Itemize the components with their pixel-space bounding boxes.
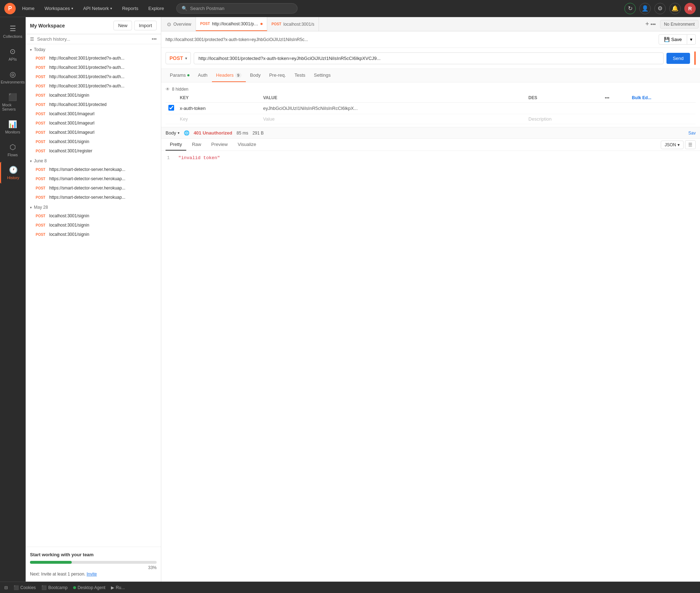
tab-tests[interactable]: Tests: [290, 69, 309, 82]
bootcamp-button[interactable]: ⬛ Bootcamp: [41, 585, 67, 590]
history-item[interactable]: POSThttps://smart-detector-server.heroku…: [26, 183, 161, 193]
history-item[interactable]: POSThttps://smart-detector-server.heroku…: [26, 193, 161, 202]
tab-params[interactable]: Params: [166, 69, 194, 82]
filter-icon[interactable]: ☰: [30, 36, 34, 42]
sidebar-item-collections[interactable]: ☰ Collections: [0, 21, 25, 42]
method-selector[interactable]: POST ▾: [166, 52, 191, 64]
save-button[interactable]: 💾 Save: [659, 34, 687, 45]
history-item[interactable]: POSTlocalhost:3001/signin: [26, 137, 161, 146]
body-label[interactable]: Body ▾: [166, 130, 179, 136]
tab-settings[interactable]: Settings: [310, 69, 335, 82]
nav-api-network[interactable]: API Network ▾: [80, 4, 116, 13]
history-item[interactable]: POSThttp://localhost:3001/protected?x-au…: [26, 54, 161, 63]
tab-method-badge: POST: [272, 22, 281, 26]
workspace-panel: My Workspace New Import ☰ ••• ▾ Today PO…: [26, 17, 161, 582]
date-header-june8[interactable]: ▾ June 8: [26, 156, 161, 165]
runner-button[interactable]: ▶ Ru...: [111, 585, 125, 590]
nav-home[interactable]: Home: [19, 4, 38, 13]
history-item[interactable]: POSThttp://localhost:3001/protected?x-au…: [26, 72, 161, 81]
header-description[interactable]: [526, 103, 602, 114]
tab-headers[interactable]: Headers 9: [212, 69, 246, 82]
sidebar-item-apis[interactable]: ⊙ APIs: [0, 44, 25, 65]
console-button[interactable]: ⬛ Cookies: [14, 585, 36, 590]
history-item[interactable]: POSThttp://localhost:3001/protected?x-au…: [26, 63, 161, 72]
tab-request-1[interactable]: POST http://localhost:3001/protected: [196, 17, 267, 31]
history-item[interactable]: POSTlocalhost:3001/imageurl: [26, 118, 161, 128]
date-header-today[interactable]: ▾ Today: [26, 44, 161, 54]
sidebar-item-history[interactable]: 🕐 History: [0, 162, 25, 183]
resp-tab-visualize[interactable]: Visualize: [233, 139, 260, 151]
nav-workspaces[interactable]: Workspaces ▾: [41, 4, 77, 13]
sidebar-item-flows[interactable]: ⬡ Flows: [0, 139, 25, 161]
header-checkbox[interactable]: [168, 105, 174, 111]
app-logo[interactable]: P: [4, 3, 16, 14]
workspace-header: My Workspace New Import: [26, 17, 161, 34]
header-desc-placeholder[interactable]: Description: [528, 116, 552, 122]
resp-tab-raw[interactable]: Raw: [188, 139, 206, 151]
nav-explore[interactable]: Explore: [145, 4, 168, 13]
json-format-selector[interactable]: JSON ▾: [661, 141, 684, 149]
invite-icon[interactable]: 👤: [639, 3, 651, 14]
date-group-june8: ▾ June 8 POSThttps://smart-detector-serv…: [26, 156, 161, 202]
nav-reports[interactable]: Reports: [118, 4, 142, 13]
history-item[interactable]: POSThttps://smart-detector-server.heroku…: [26, 174, 161, 183]
history-search-input[interactable]: [37, 36, 149, 42]
date-header-may28[interactable]: ▾ May 28: [26, 202, 161, 211]
history-more-icon[interactable]: •••: [152, 36, 157, 42]
history-item[interactable]: POSThttp://localhost:3001/protected?x-au…: [26, 81, 161, 91]
tab-request-2[interactable]: POST localhost:3001/s: [267, 17, 319, 31]
sidebar-toggle-button[interactable]: ⊟: [4, 585, 8, 590]
user-avatar[interactable]: R: [684, 3, 696, 14]
workspaces-chevron-icon: ▾: [71, 6, 73, 10]
response-filter-button[interactable]: ☰: [685, 140, 696, 149]
bulk-edit-button[interactable]: Bulk Ed...: [632, 95, 651, 100]
sidebar-item-mock-servers[interactable]: ⬛ Mock Servers: [0, 89, 25, 115]
tabs-bar: ⊙ Overview POST http://localhost:3001/pr…: [161, 17, 700, 31]
sidebar-item-environments[interactable]: ◎ Environments: [0, 66, 25, 88]
filter-lines-icon: ☰: [688, 142, 693, 147]
header-value[interactable]: eyJhbGciOiJIUzI1NiIsInR5cNiIsInRcCl6lkpX…: [260, 103, 526, 114]
history-item[interactable]: POSTlocalhost:3001/register: [26, 146, 161, 156]
request-url-bar: http://localhost:3001/protected?x-auth-t…: [161, 31, 700, 48]
sidebar-item-monitors[interactable]: 📊 Monitors: [0, 116, 25, 138]
header-key[interactable]: x-auth-token: [177, 103, 260, 114]
history-item[interactable]: POSTlocalhost:3001/signin: [26, 91, 161, 100]
resp-tab-preview[interactable]: Preview: [207, 139, 232, 151]
save-dropdown-button[interactable]: ▾: [687, 34, 696, 45]
sync-icon[interactable]: ↻: [624, 3, 636, 14]
collections-icon: ☰: [10, 24, 16, 33]
headers-table: KEY VALUE DES ••• Bulk Ed... x-: [166, 93, 696, 124]
params-dot: [187, 74, 189, 76]
settings-icon[interactable]: ⚙: [654, 3, 666, 14]
tab-auth[interactable]: Auth: [194, 69, 212, 82]
col-more-icon[interactable]: •••: [605, 95, 609, 100]
tab-url: http://localhost:3001/protected: [212, 21, 258, 26]
header-key-placeholder[interactable]: Key: [180, 116, 188, 122]
tab-body[interactable]: Body: [246, 69, 265, 82]
history-item[interactable]: POSTlocalhost:3001/signin: [26, 211, 161, 221]
send-button[interactable]: Send: [666, 53, 690, 64]
new-button[interactable]: New: [113, 21, 132, 30]
tab-prereq[interactable]: Pre-req.: [265, 69, 290, 82]
header-row: x-auth-token eyJhbGciOiJIUzI1NiIsInR5cNi…: [166, 103, 696, 114]
history-item[interactable]: POSTlocalhost:3001/imageurl: [26, 128, 161, 137]
save-response-button[interactable]: Sav: [688, 131, 696, 136]
tab-overview[interactable]: ⊙ Overview: [163, 17, 196, 31]
notifications-icon[interactable]: 🔔: [669, 3, 681, 14]
resp-tab-pretty[interactable]: Pretty: [166, 139, 186, 151]
history-item[interactable]: POSTlocalhost:3001/signin: [26, 230, 161, 239]
environment-selector[interactable]: No Environment: [660, 20, 699, 29]
import-button[interactable]: Import: [134, 21, 157, 30]
url-input[interactable]: [194, 52, 664, 64]
invite-link[interactable]: Invite: [87, 572, 97, 577]
history-item[interactable]: POSTlocalhost:3001/imageurl: [26, 109, 161, 118]
header-value-placeholder[interactable]: Value: [263, 116, 274, 122]
more-tabs-icon[interactable]: •••: [650, 21, 656, 27]
global-search[interactable]: 🔍 Search Postman: [176, 3, 298, 14]
history-item[interactable]: POSTlocalhost:3001/signin: [26, 221, 161, 230]
add-tab-icon[interactable]: +: [645, 20, 649, 28]
history-item[interactable]: POSThttps://smart-detector-server.heroku…: [26, 165, 161, 174]
history-item[interactable]: POSThttp://localhost:3001/protected: [26, 100, 161, 109]
sidebar: ☰ Collections ⊙ APIs ◎ Environments ⬛ Mo…: [0, 17, 26, 582]
desktop-agent-button[interactable]: Desktop Agent: [73, 585, 105, 590]
